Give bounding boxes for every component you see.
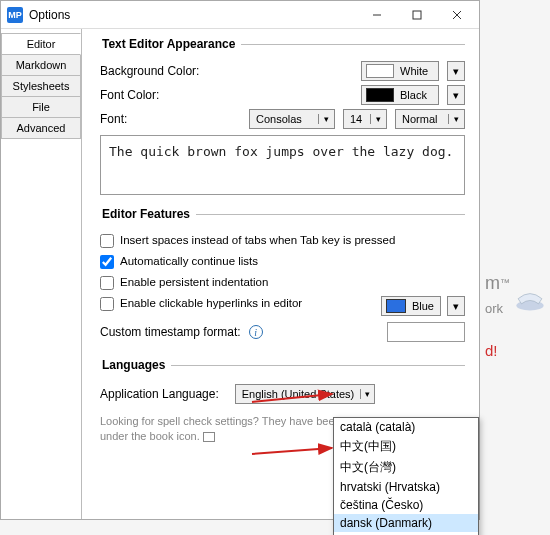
combo-font-size-value: 14 <box>344 113 370 125</box>
legend-languages: Languages <box>100 358 171 372</box>
option-cs[interactable]: čeština (Česko) <box>334 496 478 514</box>
combo-app-language-value: English (United States) <box>236 388 361 400</box>
label-app-language: Application Language: <box>100 387 219 401</box>
combo-font-weight[interactable]: Normal ▾ <box>395 109 465 129</box>
tab-stylesheets[interactable]: Stylesheets <box>1 75 81 97</box>
maximize-icon <box>412 10 422 20</box>
label-timestamp: Custom timestamp format: <box>100 325 241 339</box>
check-clickable-links[interactable] <box>100 297 114 311</box>
chevron-down-icon: ▾ <box>448 114 464 124</box>
bg-text-m: m <box>485 273 500 293</box>
chevron-down-icon: ▾ <box>453 300 459 313</box>
combo-font-color-value: Black <box>394 89 433 101</box>
info-icon[interactable]: i <box>249 325 263 339</box>
combo-app-language[interactable]: English (United States) ▾ <box>235 384 375 404</box>
app-icon: MP <box>7 7 23 23</box>
option-hr[interactable]: hrvatski (Hrvatska) <box>334 478 478 496</box>
option-catala[interactable]: català (català) <box>334 418 478 436</box>
check-auto-continue[interactable] <box>100 255 114 269</box>
tabs-sidebar: Editor Markdown Stylesheets File Advance… <box>1 29 81 519</box>
swatch-link <box>386 299 406 313</box>
combo-font-value: Consolas <box>250 113 318 125</box>
tab-editor[interactable]: Editor <box>1 33 81 55</box>
group-features: Editor Features Insert spaces instead of… <box>100 207 465 348</box>
label-font-color: Font Color: <box>100 88 220 102</box>
check-persistent-indent[interactable] <box>100 276 114 290</box>
close-button[interactable] <box>437 2 477 28</box>
maximize-button[interactable] <box>397 2 437 28</box>
chevron-down-icon: ▾ <box>360 389 374 399</box>
chevron-down-icon: ▾ <box>370 114 386 124</box>
combo-font-family[interactable]: Consolas ▾ <box>249 109 335 129</box>
bg-text-tm: ™ <box>500 277 510 288</box>
label-insert-spaces: Insert spaces instead of tabs when Tab k… <box>120 233 465 247</box>
label-auto-continue: Automatically continue lists <box>120 254 465 268</box>
book-icon <box>203 432 215 442</box>
combo-font-color[interactable]: Black <box>361 85 439 105</box>
group-appearance: Text Editor Appearance Background Color:… <box>100 37 465 197</box>
check-insert-spaces[interactable] <box>100 234 114 248</box>
label-persistent-indent: Enable persistent indentation <box>120 275 465 289</box>
label-clickable-links: Enable clickable hyperlinks in editor <box>120 296 375 310</box>
input-timestamp[interactable] <box>387 322 465 342</box>
combo-bg-color[interactable]: White <box>361 61 439 81</box>
combo-link-color-arrow[interactable]: ▾ <box>447 296 465 316</box>
close-icon <box>452 10 462 20</box>
legend-features: Editor Features <box>100 207 196 221</box>
swatch-font-color <box>366 88 394 102</box>
titlebar: MP Options <box>1 1 479 29</box>
window-title: Options <box>29 8 357 22</box>
combo-link-color[interactable]: Blue <box>381 296 441 316</box>
font-preview: The quick brown fox jumps over the lazy … <box>100 135 465 195</box>
swatch-bg <box>366 64 394 78</box>
combo-link-color-value: Blue <box>406 300 440 312</box>
minimize-button[interactable] <box>357 2 397 28</box>
combo-bg-arrow[interactable]: ▾ <box>447 61 465 81</box>
tab-advanced[interactable]: Advanced <box>1 117 81 139</box>
tab-markdown[interactable]: Markdown <box>1 54 81 76</box>
bg-text-ork: ork <box>485 296 510 322</box>
label-font: Font: <box>100 112 220 126</box>
bg-text-d: d! <box>485 338 510 364</box>
option-zh-cn[interactable]: 中文(中国) <box>334 436 478 457</box>
option-da[interactable]: dansk (Danmark) <box>334 514 478 532</box>
combo-bg-value: White <box>394 65 434 77</box>
bg-decoration-icon <box>513 280 547 314</box>
combo-font-color-arrow[interactable]: ▾ <box>447 85 465 105</box>
chevron-down-icon: ▾ <box>318 114 334 124</box>
label-bg-color: Background Color: <box>100 64 220 78</box>
combo-font-weight-value: Normal <box>396 113 448 125</box>
option-zh-tw[interactable]: 中文(台灣) <box>334 457 478 478</box>
dropdown-app-language[interactable]: català (català) 中文(中国) 中文(台灣) hrvatski (… <box>333 417 479 535</box>
chevron-down-icon: ▾ <box>453 89 459 102</box>
combo-font-size[interactable]: 14 ▾ <box>343 109 387 129</box>
chevron-down-icon: ▾ <box>453 65 459 78</box>
legend-appearance: Text Editor Appearance <box>100 37 241 51</box>
minimize-icon <box>372 10 382 20</box>
tab-file[interactable]: File <box>1 96 81 118</box>
svg-rect-2 <box>413 11 421 19</box>
